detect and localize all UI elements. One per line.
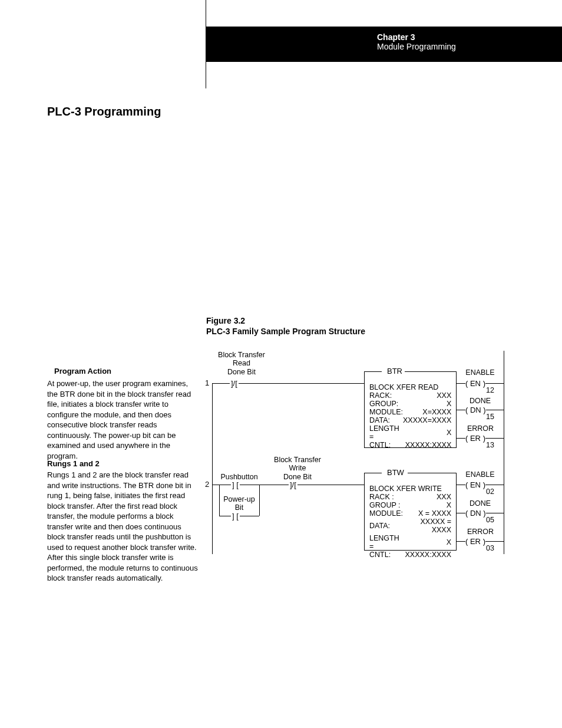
program-action-text: At power-up, the user program examines, … (47, 378, 197, 461)
out-num: 03 (486, 544, 494, 552)
figure-caption: Figure 3.2 PLC-3 Family Sample Program S… (206, 315, 365, 337)
out-num: 15 (486, 413, 494, 421)
figure-number: Figure 3.2 (206, 316, 245, 325)
out-num: 05 (486, 516, 494, 524)
dn-coil-icon: ( DN ) (465, 509, 486, 518)
btr-box: BLOCK XFER READ RACK:XXX GROUP:X MODULE:… (364, 371, 457, 448)
rungs-heading: Rungs 1 and 2 (47, 459, 100, 468)
xio-contact-icon: ]/[ (289, 481, 297, 489)
out-num: 02 (486, 487, 494, 496)
out-label: ERROR (464, 424, 497, 433)
chapter-subtitle: Module Programming (377, 42, 562, 51)
table-row: CNTL:XXXXX:XXXX (369, 551, 451, 559)
out-label: DONE (465, 499, 495, 508)
left-rail (212, 383, 213, 554)
program-action-heading: Program Action (54, 367, 111, 375)
contact-label: Block Transfer Write Done Bit (271, 456, 324, 481)
table-row: DATA:XXXXX=XXXX (369, 416, 451, 424)
branch-rail (259, 485, 260, 516)
table-row: RACK:XXX (369, 391, 451, 400)
xio-contact-icon: ]/[ (230, 380, 239, 387)
btr-box-header: BLOCK XFER READ (369, 383, 451, 391)
contact-label: Block Transfer Read Done Bit (217, 351, 266, 376)
contact-label: Power-up Bit (219, 495, 259, 512)
er-coil-icon: ( ER ) (465, 434, 485, 443)
chapter-number: Chapter 3 (377, 32, 562, 42)
en-coil-icon: ( EN ) (465, 480, 485, 489)
out-label: DONE (465, 397, 495, 405)
table-row: LENGTH =X (369, 424, 451, 441)
chapter-header: Chapter 3 Module Programming (206, 27, 562, 62)
btr-params: RACK:XXX GROUP:X MODULE:X=XXXX DATA:XXXX… (369, 391, 451, 449)
er-coil-icon: ( ER ) (465, 537, 485, 546)
out-num: 13 (486, 441, 494, 449)
btw-box-header: BLOCK XFER WRITE (369, 485, 451, 493)
table-row: MODULE:X = XXXX (369, 509, 451, 518)
rung-number: 1 (205, 378, 209, 387)
figure-title: PLC-3 Family Sample Program Structure (206, 327, 365, 336)
out-num: 12 (486, 386, 494, 394)
table-row: CNTL:XXXXX:XXXX (369, 441, 451, 449)
table-row: MODULE:X=XXXX (369, 408, 451, 416)
xic-contact-icon: ] [ (231, 481, 240, 489)
out-label: ERROR (464, 528, 497, 536)
table-row: GROUP:X (369, 400, 451, 408)
out-label: ENABLE (462, 368, 498, 377)
table-row: GROUP :X (369, 501, 451, 509)
btw-params: RACK :XXX GROUP :X MODULE:X = XXXX DATA:… (369, 493, 451, 559)
contact-label: Pushbutton (216, 473, 263, 481)
en-coil-icon: ( EN ) (465, 379, 485, 388)
page-title: PLC-3 Programming (47, 105, 161, 118)
xic-contact-icon: ] [ (231, 512, 240, 520)
rungs-text: Rungs 1 and 2 are the block transfer rea… (47, 470, 199, 584)
right-rail (504, 351, 504, 554)
dn-coil-icon: ( DN ) (465, 406, 486, 414)
table-row: RACK :XXX (369, 493, 451, 501)
ladder-diagram: 1 Block Transfer Read Done Bit ]/[ BTR B… (206, 351, 507, 557)
rung-number: 2 (205, 480, 209, 489)
out-label: ENABLE (462, 470, 498, 479)
btw-box: BLOCK XFER WRITE RACK :XXX GROUP :X MODU… (364, 473, 457, 551)
table-row: DATA:XXXXX = XXXX (369, 518, 451, 534)
table-row: LENGTH =X (369, 534, 451, 551)
